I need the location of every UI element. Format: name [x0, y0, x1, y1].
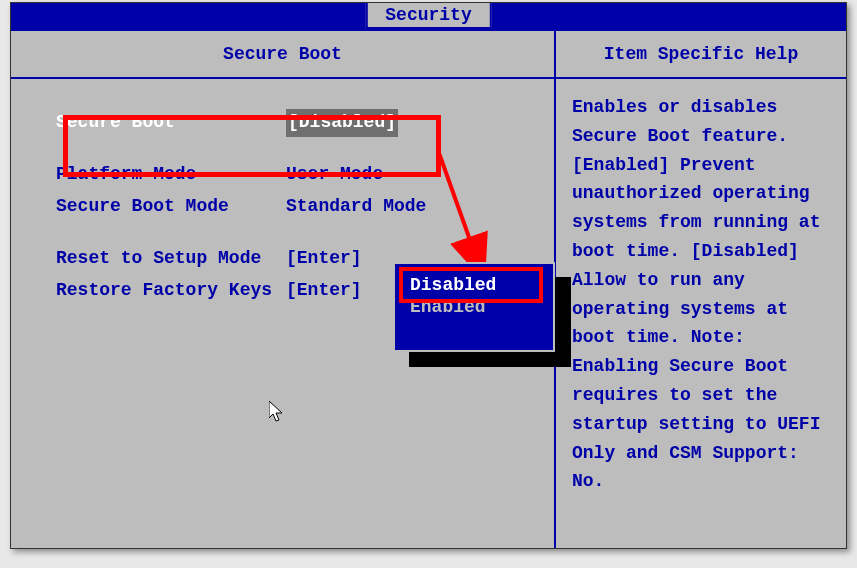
right-panel-header: Item Specific Help: [556, 31, 846, 79]
setting-value: [Enter]: [286, 277, 362, 305]
setting-value: [Disabled]: [286, 109, 398, 137]
tab-security[interactable]: Security: [365, 3, 491, 29]
setting-label: Platform Mode: [56, 161, 286, 189]
setting-value: [Enter]: [286, 245, 362, 273]
setting-label: Secure Boot Mode: [56, 193, 286, 221]
popup-option-disabled[interactable]: Disabled: [407, 274, 541, 296]
top-bar: Security: [11, 3, 846, 29]
setting-platform-mode[interactable]: Platform Mode User Mode: [56, 161, 534, 189]
popup-option-enabled[interactable]: Enabled: [407, 296, 541, 318]
options-popup: Disabled Enabled: [393, 262, 555, 352]
setting-label: Restore Factory Keys: [56, 277, 286, 305]
setting-value: User Mode: [286, 161, 383, 189]
setting-secure-boot[interactable]: Secure Boot [Disabled]: [56, 109, 534, 137]
help-text: Enables or disables Secure Boot feature.…: [556, 79, 846, 548]
setting-secure-boot-mode[interactable]: Secure Boot Mode Standard Mode: [56, 193, 534, 221]
setting-label: Reset to Setup Mode: [56, 245, 286, 273]
left-panel-header: Secure Boot: [11, 31, 554, 79]
bios-window: Security Secure Boot Secure Boot [Disabl…: [10, 2, 847, 549]
setting-value: Standard Mode: [286, 193, 426, 221]
right-panel: Item Specific Help Enables or disables S…: [556, 31, 846, 548]
setting-label: Secure Boot: [56, 109, 286, 137]
